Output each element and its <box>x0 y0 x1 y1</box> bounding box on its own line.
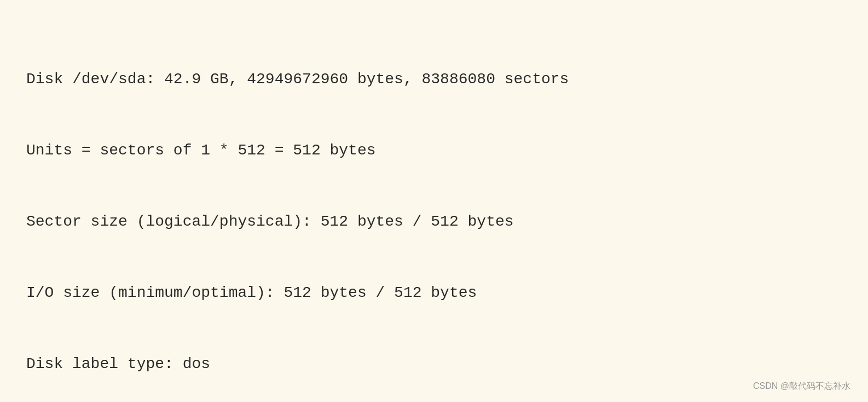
line-1: Disk /dev/sda: 42.9 GB, 42949672960 byte… <box>26 67 842 91</box>
line-4: I/O size (minimum/optimal): 512 bytes / … <box>26 281 842 305</box>
line-2: Units = sectors of 1 * 512 = 512 bytes <box>26 139 842 162</box>
line-3: Sector size (logical/physical): 512 byte… <box>26 210 842 233</box>
line-5: Disk label type: dos <box>26 352 842 376</box>
terminal-output: Disk /dev/sda: 42.9 GB, 42949672960 byte… <box>26 20 842 402</box>
watermark: CSDN @敲代码不忘补水 <box>753 381 850 392</box>
terminal-container: Disk /dev/sda: 42.9 GB, 42949672960 byte… <box>0 0 868 402</box>
